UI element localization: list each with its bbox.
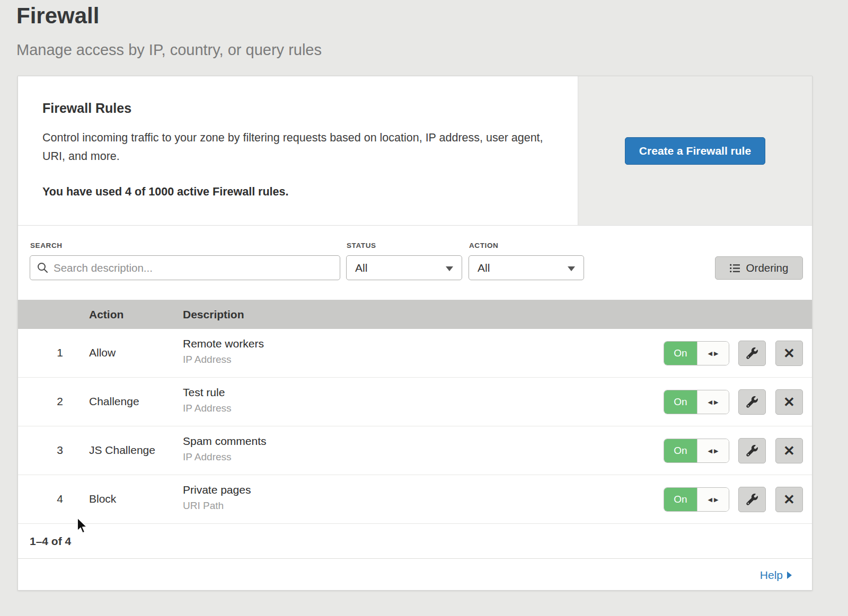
create-rule-panel: Create a Firewall rule — [578, 76, 812, 225]
toggle-on-label: On — [664, 439, 697, 462]
wrench-icon — [746, 445, 758, 457]
rule-description-title: Remote workers — [183, 337, 264, 350]
toggle-on-label: On — [664, 342, 697, 365]
search-input[interactable] — [30, 255, 340, 280]
column-header-action: Action — [89, 308, 123, 321]
close-icon: ✕ — [783, 444, 795, 458]
rule-description-title: Spam comments — [183, 435, 267, 448]
status-select-value: All — [355, 262, 367, 274]
help-row: Help — [18, 559, 812, 592]
ordering-button-label: Ordering — [746, 262, 789, 274]
edit-rule-button[interactable] — [738, 341, 766, 366]
rule-description: Private pages URI Path — [183, 484, 251, 512]
page-title: Firewall — [16, 3, 99, 29]
chevron-down-icon — [446, 266, 453, 271]
rule-description: Test rule IP Address — [183, 386, 232, 414]
chevron-down-icon — [568, 266, 575, 271]
delete-rule-button[interactable]: ✕ — [775, 487, 803, 512]
table-row: 2 Challenge Test rule IP Address On ◀▶ ✕ — [18, 378, 812, 426]
rule-action: Challenge — [89, 395, 139, 408]
table-row: 1 Allow Remote workers IP Address On ◀▶ … — [18, 329, 812, 378]
rule-enabled-toggle[interactable]: On ◀▶ — [664, 341, 729, 365]
rule-index: 3 — [47, 444, 63, 457]
delete-rule-button[interactable]: ✕ — [775, 341, 803, 366]
close-icon: ✕ — [783, 493, 795, 506]
list-ordering-icon — [730, 264, 740, 273]
close-icon: ✕ — [783, 395, 795, 409]
edit-rule-button[interactable] — [738, 438, 766, 463]
table-row: 3 JS Challenge Spam comments IP Address … — [18, 426, 812, 475]
search-field-wrap — [30, 255, 340, 280]
filters-bar: SEARCH STATUS ACTION All All — [18, 226, 812, 300]
wrench-icon — [746, 494, 758, 505]
toggle-handle-icon: ◀▶ — [697, 342, 729, 365]
intro-section: Firewall Rules Control incoming traffic … — [18, 76, 578, 225]
rule-match-type: IP Address — [183, 354, 264, 365]
help-link-label: Help — [760, 569, 783, 582]
rule-match-type: URI Path — [183, 500, 251, 512]
rule-index: 1 — [47, 346, 63, 359]
card-top-section: Firewall Rules Control incoming traffic … — [18, 76, 812, 226]
rule-enabled-toggle[interactable]: On ◀▶ — [664, 439, 729, 463]
rule-action: Block — [89, 493, 116, 505]
toggle-handle-icon: ◀▶ — [697, 488, 729, 511]
delete-rule-button[interactable]: ✕ — [775, 389, 803, 415]
rule-description: Spam comments IP Address — [183, 435, 267, 463]
rule-description-title: Test rule — [183, 386, 232, 399]
action-select[interactable]: All — [469, 255, 584, 280]
search-icon — [37, 262, 48, 273]
firewall-rules-card: Firewall Rules Control incoming traffic … — [17, 76, 812, 591]
section-description: Control incoming traffic to your zone by… — [42, 129, 551, 166]
table-row: 4 Block Private pages URI Path On ◀▶ ✕ — [18, 475, 812, 524]
toggle-on-label: On — [664, 390, 697, 414]
rule-index: 4 — [47, 493, 63, 505]
wrench-icon — [746, 396, 758, 408]
column-header-description: Description — [183, 308, 244, 321]
rule-enabled-toggle[interactable]: On ◀▶ — [664, 390, 729, 414]
action-select-value: All — [478, 262, 490, 274]
toggle-handle-icon: ◀▶ — [697, 390, 729, 414]
rule-action: Allow — [89, 346, 116, 359]
close-icon: ✕ — [783, 346, 795, 360]
rule-description-title: Private pages — [183, 484, 251, 496]
section-heading: Firewall Rules — [42, 101, 553, 116]
create-firewall-rule-button[interactable]: Create a Firewall rule — [625, 137, 765, 165]
status-select[interactable]: All — [346, 255, 462, 280]
edit-rule-button[interactable] — [738, 389, 766, 415]
pagination-count: 1–4 of 4 — [30, 535, 71, 548]
rule-description: Remote workers IP Address — [183, 337, 264, 365]
delete-rule-button[interactable]: ✕ — [775, 438, 803, 463]
page-subtitle: Manage access by IP, country, or query r… — [16, 41, 322, 59]
rule-index: 2 — [47, 395, 63, 408]
toggle-handle-icon: ◀▶ — [697, 439, 729, 462]
status-label: STATUS — [347, 242, 376, 249]
search-label: SEARCH — [30, 242, 63, 249]
rule-match-type: IP Address — [183, 403, 232, 414]
help-link[interactable]: Help — [760, 569, 792, 582]
rule-match-type: IP Address — [183, 451, 267, 463]
table-footer: 1–4 of 4 — [18, 524, 812, 559]
toggle-on-label: On — [664, 488, 697, 511]
wrench-icon — [746, 347, 758, 359]
rule-action: JS Challenge — [89, 444, 155, 457]
ordering-button[interactable]: Ordering — [715, 256, 803, 280]
arrow-right-icon — [787, 572, 792, 579]
rule-enabled-toggle[interactable]: On ◀▶ — [664, 487, 729, 512]
action-label: ACTION — [469, 242, 498, 249]
table-header: Action Description — [18, 300, 812, 329]
edit-rule-button[interactable] — [738, 487, 766, 512]
usage-summary: You have used 4 of 1000 active Firewall … — [42, 185, 553, 199]
